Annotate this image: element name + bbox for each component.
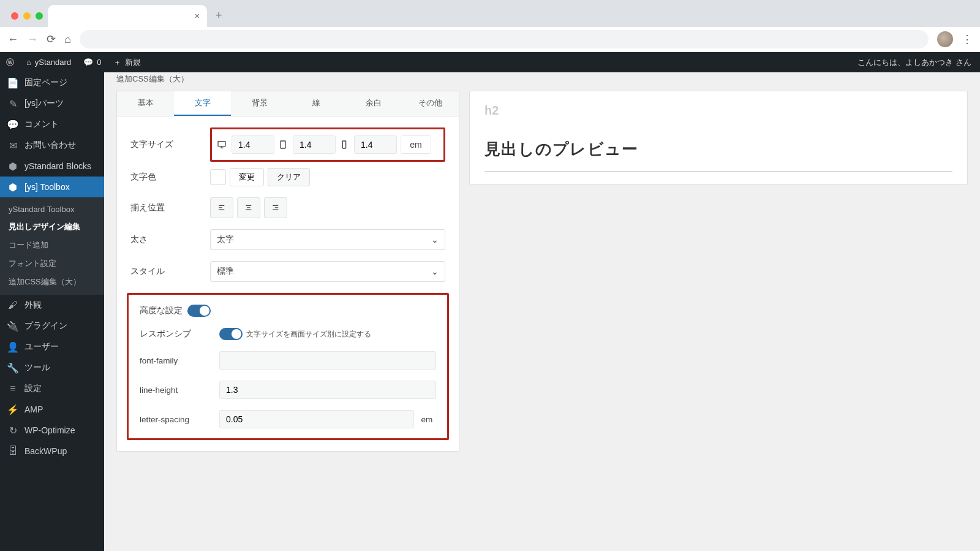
color-change-button[interactable]: 変更: [230, 168, 264, 186]
settings-tab-4[interactable]: 余白: [345, 91, 402, 116]
close-window-icon[interactable]: [11, 12, 18, 20]
color-swatch[interactable]: [210, 169, 226, 185]
sidebar-item-label: WP-Optimize: [24, 425, 75, 435]
font-family-label: font-family: [140, 356, 219, 365]
browser-tab[interactable]: ×: [48, 5, 207, 27]
letter-spacing-label: letter-spacing: [140, 415, 219, 424]
settings-tab-3[interactable]: 線: [288, 91, 345, 116]
settings-tab-0[interactable]: 基本: [117, 91, 174, 116]
sidebar-item-label: AMP: [24, 405, 43, 414]
close-tab-icon[interactable]: ×: [195, 11, 200, 21]
refresh-icon: ↻: [7, 425, 18, 436]
sidebar-item-label: 外観: [24, 300, 42, 311]
greeting[interactable]: こんにちは、よしあかつき さん: [849, 57, 980, 68]
tablet-icon: [278, 140, 288, 150]
preview-panel: h2 見出しのプレビュー: [469, 91, 968, 184]
plugin-icon: 🔌: [7, 321, 18, 332]
advanced-toggle[interactable]: [187, 305, 211, 317]
line-height-label: line-height: [140, 386, 219, 395]
minimize-window-icon[interactable]: [23, 12, 31, 20]
color-clear-button[interactable]: クリア: [268, 168, 310, 186]
sidebar-item-1[interactable]: ✎[ys]パーツ: [0, 93, 104, 114]
new-link[interactable]: ＋新規: [107, 52, 147, 72]
font-size-tablet-input[interactable]: [293, 135, 336, 154]
sidebar-item-12[interactable]: ↻WP-Optimize: [0, 420, 104, 441]
sidebar-item-label: お問い合わせ: [24, 140, 76, 151]
font-size-mobile-input[interactable]: [354, 135, 397, 154]
maximize-window-icon[interactable]: [36, 12, 43, 20]
responsive-toggle[interactable]: [219, 328, 243, 340]
sidebar-sub-item-1[interactable]: 見出しデザイン編集: [0, 218, 104, 236]
sidebar-item-11[interactable]: ⚡AMP: [0, 399, 104, 420]
align-label: 揃え位置: [130, 202, 210, 213]
advanced-label: 高度な設定: [140, 305, 183, 316]
settings-panel: 基本文字背景線余白その他 文字サイズ: [116, 91, 459, 452]
weight-select[interactable]: 太字⌄: [210, 229, 445, 250]
field-font-size: 文字サイズ em: [130, 127, 445, 162]
sidebar-sub-item-4[interactable]: 追加CSS編集（大）: [0, 273, 104, 291]
responsive-label: レスポンシブ: [140, 329, 219, 340]
back-icon[interactable]: ←: [7, 33, 18, 46]
comment-icon: 💬: [83, 58, 93, 67]
field-letter-spacing: letter-spacing em: [140, 410, 436, 428]
sidebar-item-7[interactable]: 🔌プラグイン: [0, 316, 104, 336]
settings-tab-5[interactable]: その他: [402, 91, 459, 116]
sidebar-item-2[interactable]: 💬コメント: [0, 114, 104, 135]
window-controls[interactable]: [6, 12, 48, 27]
comments-link[interactable]: 💬0: [77, 52, 107, 72]
mobile-icon: [339, 140, 349, 150]
sidebar-item-label: ツール: [24, 362, 50, 373]
sidebar-item-4[interactable]: ⬢yStandard Blocks: [0, 156, 104, 177]
letter-spacing-input[interactable]: [219, 410, 414, 428]
style-select[interactable]: 標準⌄: [210, 261, 445, 282]
profile-avatar[interactable]: [937, 31, 953, 47]
font-size-label: 文字サイズ: [130, 139, 210, 150]
line-height-input[interactable]: [219, 381, 436, 399]
preview-heading: 見出しのプレビュー: [484, 139, 952, 160]
svg-rect-0: [218, 142, 225, 146]
sidebar-sub-item-0[interactable]: yStandard Toolbox: [0, 201, 104, 218]
align-center-button[interactable]: [237, 197, 260, 218]
preview-tag: h2: [484, 104, 952, 118]
svg-rect-1: [281, 141, 285, 148]
plus-icon: ＋: [113, 57, 121, 68]
sidebar-item-label: [ys]パーツ: [24, 98, 64, 109]
sidebar-item-label: コメント: [24, 119, 59, 130]
sidebar-item-9[interactable]: 🔧ツール: [0, 357, 104, 378]
settings-tab-1[interactable]: 文字: [174, 91, 231, 116]
sidebar-item-label: 固定ページ: [24, 77, 67, 88]
field-color: 文字色 変更 クリア: [130, 168, 445, 186]
style-label: スタイル: [130, 266, 210, 277]
wp-logo[interactable]: ⓦ: [0, 52, 20, 72]
font-size-desktop-input[interactable]: [232, 135, 274, 154]
field-weight: 太さ 太字⌄: [130, 229, 445, 250]
sidebar-item-13[interactable]: 🗄BackWPup: [0, 441, 104, 462]
svg-rect-2: [342, 141, 345, 148]
sidebar-item-3[interactable]: ✉お問い合わせ: [0, 135, 104, 156]
site-link[interactable]: ⌂yStandard: [20, 52, 77, 72]
sidebar-item-0[interactable]: 📄固定ページ: [0, 72, 104, 93]
sidebar-sub-item-2[interactable]: コード追加: [0, 236, 104, 254]
new-tab-button[interactable]: +: [207, 9, 231, 27]
sidebar-item-5[interactable]: ⬢[ys] Toolbox: [0, 177, 104, 197]
align-left-button[interactable]: [210, 197, 233, 218]
align-right-button[interactable]: [264, 197, 287, 218]
font-family-input[interactable]: [219, 351, 436, 370]
url-bar[interactable]: [80, 30, 929, 48]
font-size-unit[interactable]: em: [401, 135, 431, 154]
breadcrumb: 追加CSS編集（大）: [116, 72, 968, 91]
home-icon[interactable]: ⌂: [64, 33, 71, 46]
settings-tab-2[interactable]: 背景: [231, 91, 288, 116]
mail-icon: ✉: [7, 140, 18, 151]
sidebar-item-6[interactable]: 🖌外観: [0, 295, 104, 316]
sidebar-item-10[interactable]: ≡設定: [0, 378, 104, 399]
forward-icon: →: [27, 33, 38, 46]
sidebar-item-8[interactable]: 👤ユーザー: [0, 336, 104, 357]
chevron-down-icon: ⌄: [431, 235, 439, 245]
reload-icon[interactable]: ⟳: [47, 32, 56, 46]
browser-menu-icon[interactable]: ⋮: [962, 32, 973, 46]
sidebar-sub-item-3[interactable]: フォント設定: [0, 254, 104, 273]
sidebar-item-label: BackWPup: [24, 446, 67, 456]
weight-value: 太字: [217, 234, 234, 245]
admin-sidebar: 📄固定ページ✎[ys]パーツ💬コメント✉お問い合わせ⬢yStandard Blo…: [0, 72, 104, 551]
